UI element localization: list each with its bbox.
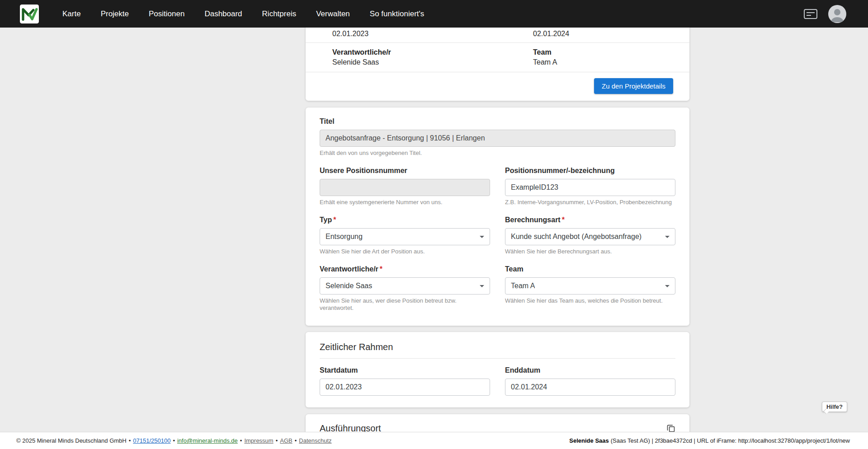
nav-verwalten[interactable]: Verwalten [316, 9, 350, 19]
zeitlicher-rahmen-title: Zeitlicher Rahmen [320, 341, 675, 353]
typ-select[interactable]: Entsorgung [320, 228, 490, 245]
server-icon[interactable] [804, 9, 817, 19]
footer-separator: • [129, 437, 131, 444]
enddatum-label-text: Enddatum [505, 366, 540, 374]
footer-session-info: Selenide Saas(Saas Test AG) | 2f3bae4372… [569, 437, 850, 444]
nav-so-funktionierts[interactable]: So funktioniert's [370, 9, 424, 19]
ausfuehrungsort-title: Ausführungsort [320, 422, 381, 432]
verantwortlicher-label: Verantwortliche/r* [320, 265, 490, 274]
team-label: Team [533, 48, 663, 56]
team-hint: Wählen Sie hier das Team aus, welches di… [505, 297, 675, 304]
typ-hint: Wählen Sie hier die Art der Position aus… [320, 248, 490, 255]
project-end-date: 02.01.2024 [533, 30, 663, 38]
session-user: Selenide Saas [569, 437, 609, 444]
project-dates-row: 02.01.2023 02.01.2024 [306, 28, 689, 42]
footer-separator: • [173, 437, 175, 444]
positionsnummer-label-text: Positionsnummer/-bezeichnung [505, 167, 615, 174]
positionsnummer-hint: Z.B. Interne-Vorgangsnummer, LV-Position… [505, 199, 675, 206]
startdatum-label-text: Startdatum [320, 366, 358, 374]
verantwortlicher-label-text: Verantwortliche/r [320, 265, 378, 273]
footer-impressum-link[interactable]: Impressum [244, 437, 273, 444]
field-team: Team Team A Wählen Sie hier das Team aus… [505, 265, 675, 312]
responsible-label: Verantwortliche/r [332, 48, 533, 56]
footer-separator: • [240, 437, 242, 444]
navbar-right [804, 5, 846, 23]
responsible-value: Selenide Saas [332, 58, 533, 66]
zeitlicher-rahmen-grid: Startdatum Enddatum [320, 366, 675, 396]
logo-m-check-icon [20, 5, 39, 23]
project-summary-card: 02.01.2023 02.01.2024 Verantwortliche/r … [306, 28, 689, 101]
divider [320, 358, 675, 359]
verantwortlicher-select[interactable]: Selenide Saas [320, 277, 490, 295]
enddatum-label: Enddatum [505, 366, 675, 375]
berechnungsart-label: Berechnungsart* [505, 215, 675, 224]
content-column: 02.01.2023 02.01.2024 Verantwortliche/r … [306, 28, 689, 432]
titel-label: Titel [320, 117, 675, 126]
nav-dashboard[interactable]: Dashboard [204, 9, 242, 19]
project-responsible-cell: Verantwortliche/r Selenide Saas [332, 48, 533, 66]
footer-datenschutz-link[interactable]: Datenschutz [299, 437, 331, 444]
field-positionsnummer: Positionsnummer/-bezeichnung Z.B. Intern… [505, 166, 675, 206]
chevron-down-icon [480, 285, 484, 287]
unsere-positionsnummer-input [320, 179, 490, 196]
typ-label-text: Typ [320, 216, 332, 224]
project-card-actions: Zu den Projektdetails [306, 72, 689, 101]
footer-copyright: © 2025 Mineral Minds Deutschland GmbH [16, 437, 127, 444]
footer-email-link[interactable]: info@mineral-minds.de [177, 437, 238, 444]
session-details: (Saas Test AG) | 2f3bae4372cd | URL of i… [611, 437, 850, 444]
form-grid: Unsere Positionsnummer Erhält eine syste… [320, 166, 675, 321]
berechnungsart-hint: Wählen Sie hier die Berechnungsart aus. [505, 248, 675, 255]
project-people-row: Verantwortliche/r Selenide Saas Team Tea… [306, 43, 689, 72]
help-button[interactable]: Hilfe? [822, 402, 847, 412]
chevron-down-icon [480, 236, 484, 238]
typ-label: Typ* [320, 215, 490, 224]
zeitlicher-rahmen-card: Zeitlicher Rahmen Startdatum Enddatum [306, 332, 689, 407]
required-asterisk: * [380, 265, 382, 273]
field-startdatum: Startdatum [320, 366, 490, 396]
project-start-date: 02.01.2023 [332, 30, 533, 38]
top-navbar: Karte Projekte Positionen Dashboard Rich… [0, 0, 868, 28]
chevron-down-icon [665, 236, 670, 238]
berechnungsart-select[interactable]: Kunde sucht Angebot (Angebotsanfrage) [505, 228, 675, 245]
field-berechnungsart: Berechnungsart* Kunde sucht Angebot (Ang… [505, 215, 675, 255]
main-nav: Karte Projekte Positionen Dashboard Rich… [62, 9, 424, 19]
nav-projekte[interactable]: Projekte [101, 9, 129, 19]
footer-agb-link[interactable]: AGB [280, 437, 292, 444]
titel-label-text: Titel [320, 117, 335, 125]
field-unsere-positionsnummer: Unsere Positionsnummer Erhält eine syste… [320, 166, 490, 206]
field-verantwortlicher: Verantwortliche/r* Selenide Saas Wählen … [320, 265, 490, 312]
team-select-label: Team [505, 265, 675, 274]
required-asterisk: * [333, 216, 336, 224]
nav-positionen[interactable]: Positionen [149, 9, 184, 19]
enddatum-input[interactable] [505, 379, 675, 396]
footer-left: © 2025 Mineral Minds Deutschland GmbH • … [16, 437, 332, 444]
project-team-cell: Team Team A [533, 48, 663, 66]
verantwortlicher-hint: Wählen Sie hier aus, wer diese Position … [320, 297, 490, 312]
nav-karte[interactable]: Karte [62, 9, 81, 19]
team-select[interactable]: Team A [505, 277, 675, 295]
startdatum-label: Startdatum [320, 366, 490, 375]
chevron-down-icon [665, 285, 670, 287]
field-typ: Typ* Entsorgung Wählen Sie hier die Art … [320, 215, 490, 255]
typ-select-value: Entsorgung [326, 233, 363, 241]
required-asterisk: * [562, 216, 565, 224]
main-content: 02.01.2023 02.01.2024 Verantwortliche/r … [0, 28, 868, 432]
titel-hint: Erhält den von uns vorgegebenen Titel. [320, 150, 675, 157]
field-titel: Titel Erhält den von uns vorgegebenen Ti… [320, 117, 675, 157]
footer: © 2025 Mineral Minds Deutschland GmbH • … [0, 432, 868, 449]
account-icon [828, 5, 846, 23]
copy-icon[interactable] [666, 424, 675, 432]
unsere-positionsnummer-label: Unsere Positionsnummer [320, 166, 490, 175]
positionsnummer-input[interactable] [505, 179, 675, 196]
berechnungsart-label-text: Berechnungsart [505, 216, 561, 224]
project-details-button[interactable]: Zu den Projektdetails [594, 78, 673, 94]
nav-richtpreis[interactable]: Richtpreis [262, 9, 297, 19]
footer-separator: • [276, 437, 278, 444]
positionsnummer-label: Positionsnummer/-bezeichnung [505, 166, 675, 175]
user-avatar[interactable] [828, 5, 846, 23]
verantwortlicher-select-value: Selenide Saas [326, 282, 372, 290]
startdatum-input[interactable] [320, 379, 490, 396]
mineral-minds-logo[interactable] [20, 5, 39, 23]
footer-phone-link[interactable]: 07151/250100 [133, 437, 170, 444]
team-value: Team A [533, 58, 663, 66]
